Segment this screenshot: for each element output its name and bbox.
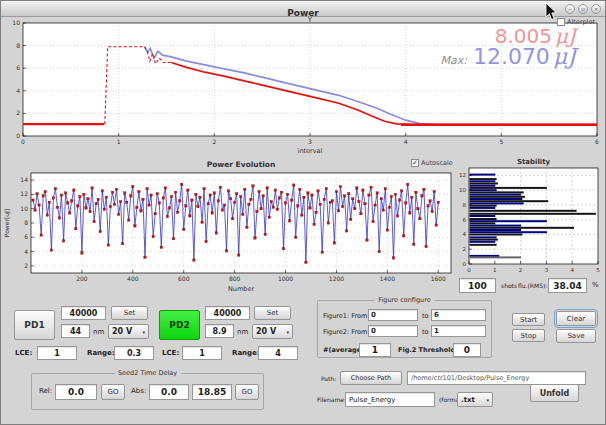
svg-text:Number: Number bbox=[228, 285, 254, 293]
svg-text:6: 6 bbox=[595, 138, 599, 145]
threshold-field[interactable] bbox=[453, 343, 481, 357]
svg-text:8: 8 bbox=[16, 42, 20, 49]
pd1-set-button[interactable]: Set bbox=[111, 306, 148, 320]
pd1-wavelength-field[interactable] bbox=[61, 324, 90, 338]
titlebar: Power bbox=[1, 1, 605, 17]
figure-configure-title: Figure configure bbox=[374, 296, 434, 304]
svg-text:4: 4 bbox=[570, 267, 574, 273]
chevron-down-icon: ▾ bbox=[286, 329, 289, 335]
pd2-button[interactable]: PD2 bbox=[159, 310, 200, 340]
path-field[interactable] bbox=[407, 371, 586, 385]
pd2-wavelength-unit: nm bbox=[237, 328, 248, 336]
svg-text:Power Evolution: Power Evolution bbox=[207, 160, 276, 169]
rel-field[interactable] bbox=[55, 384, 97, 400]
stop-button[interactable]: Stop bbox=[512, 329, 545, 342]
svg-text:Power[uJ]: Power[uJ] bbox=[3, 209, 11, 237]
max-energy-readout: Max: 12.070 μJ bbox=[440, 44, 576, 69]
pd1-button[interactable]: PD1 bbox=[14, 310, 55, 340]
format-select[interactable]: .txt ▾ bbox=[457, 392, 493, 407]
svg-text:12: 12 bbox=[20, 190, 28, 197]
svg-text:4: 4 bbox=[404, 138, 408, 145]
abs-position-field[interactable] bbox=[192, 384, 232, 400]
window-controls bbox=[565, 4, 601, 14]
pd2-set-button[interactable]: Set bbox=[254, 306, 291, 320]
format-value: .txt bbox=[461, 396, 475, 404]
pd1-range-field[interactable] bbox=[114, 346, 154, 360]
seed2-time-delay-panel: Seed2 Time Delay Rel: GO Abs: GO bbox=[31, 373, 264, 410]
minimize-icon[interactable] bbox=[565, 4, 575, 14]
maximize-icon[interactable] bbox=[578, 4, 588, 14]
chevron-down-icon: ▾ bbox=[486, 397, 489, 403]
pd2-gain-field[interactable] bbox=[205, 306, 250, 320]
svg-text:1600: 1600 bbox=[431, 275, 446, 282]
abs-go-button[interactable]: GO bbox=[235, 384, 259, 400]
pd2-range-label: Range: bbox=[232, 349, 260, 357]
svg-text:2: 2 bbox=[212, 138, 216, 145]
autoscale-checkbox[interactable] bbox=[411, 159, 419, 167]
rms-label: flu.(RMS): bbox=[518, 282, 547, 289]
pd2-voltage-value: 20 V bbox=[256, 327, 276, 336]
svg-text:12: 12 bbox=[459, 172, 466, 178]
filename-field[interactable] bbox=[345, 392, 435, 407]
pd1-voltage-select[interactable]: 20 V ▾ bbox=[108, 324, 149, 339]
choose-path-button[interactable]: Choose Path bbox=[340, 371, 402, 385]
svg-text:6: 6 bbox=[16, 64, 20, 71]
figure1-label: Figure1: From bbox=[323, 312, 367, 320]
filename-label: Filename: bbox=[317, 396, 346, 403]
svg-text:4: 4 bbox=[24, 248, 28, 255]
figure1-to-field[interactable] bbox=[431, 309, 486, 321]
svg-text:5: 5 bbox=[499, 138, 503, 145]
start-button[interactable]: Start bbox=[512, 313, 545, 326]
pd2-voltage-select[interactable]: 20 V ▾ bbox=[252, 324, 293, 339]
pd2-range-field[interactable] bbox=[258, 346, 298, 360]
pd1-lce-label: LCE: bbox=[15, 349, 32, 357]
svg-text:10: 10 bbox=[20, 205, 28, 212]
svg-text:600: 600 bbox=[178, 275, 190, 282]
abs-label: Abs: bbox=[131, 387, 146, 395]
clear-button[interactable]: Clear bbox=[556, 311, 596, 326]
power-evolution-plot: 20040060080010001200140016002468101214Po… bbox=[1, 156, 461, 298]
figure2-label: Figure2: From bbox=[323, 328, 367, 336]
svg-text:1: 1 bbox=[117, 138, 121, 145]
rel-go-button[interactable]: GO bbox=[101, 384, 125, 400]
svg-text:2: 2 bbox=[519, 267, 523, 273]
rms-field[interactable] bbox=[548, 278, 587, 293]
stability-plot: 012345024681012Stability bbox=[456, 156, 606, 280]
svg-text:Stability: Stability bbox=[517, 158, 551, 166]
figure2-to-label: to bbox=[422, 328, 429, 336]
svg-text:0: 0 bbox=[463, 261, 467, 267]
average-field[interactable] bbox=[359, 343, 391, 357]
svg-text:1400: 1400 bbox=[380, 275, 395, 282]
svg-text:1200: 1200 bbox=[329, 275, 344, 282]
svg-text:200: 200 bbox=[76, 275, 88, 282]
svg-text:14: 14 bbox=[20, 176, 28, 183]
max-energy-unit: μJ bbox=[553, 44, 576, 69]
shots-field[interactable] bbox=[459, 278, 496, 293]
pd1-lce-field[interactable] bbox=[37, 346, 77, 360]
unfold-button[interactable]: Unfold bbox=[530, 384, 579, 402]
autoscale-checkbox-row: Autoscale bbox=[411, 159, 453, 167]
svg-text:6: 6 bbox=[463, 217, 467, 223]
pd2-lce-field[interactable] bbox=[182, 346, 222, 360]
close-icon[interactable] bbox=[591, 4, 601, 14]
pd2-lce-label: LCE: bbox=[162, 349, 179, 357]
figure-configure-panel: Figure configure Figure1: From to Figure… bbox=[317, 300, 492, 358]
figure2-to-field[interactable] bbox=[431, 325, 486, 337]
seed2-title: Seed2 Time Delay bbox=[114, 369, 181, 377]
path-label: Path: bbox=[321, 375, 336, 382]
autoscale-label: Autoscale bbox=[421, 159, 453, 167]
chevron-down-icon: ▾ bbox=[142, 329, 145, 335]
save-button[interactable]: Save bbox=[556, 329, 596, 343]
svg-text:10: 10 bbox=[459, 187, 466, 193]
pd1-wavelength-unit: nm bbox=[93, 328, 104, 336]
pd2-wavelength-field[interactable] bbox=[205, 324, 234, 338]
app-window: Power 01234560246810Yinterval Alterplot … bbox=[0, 0, 606, 425]
svg-text:6: 6 bbox=[24, 233, 28, 240]
figure2-from-field[interactable] bbox=[368, 325, 418, 337]
mouse-cursor bbox=[545, 3, 557, 21]
pd1-gain-field[interactable] bbox=[61, 306, 106, 320]
abs-field[interactable] bbox=[149, 384, 189, 400]
svg-text:400: 400 bbox=[127, 275, 139, 282]
figure1-from-field[interactable] bbox=[368, 309, 418, 321]
max-label: Max: bbox=[440, 54, 466, 67]
